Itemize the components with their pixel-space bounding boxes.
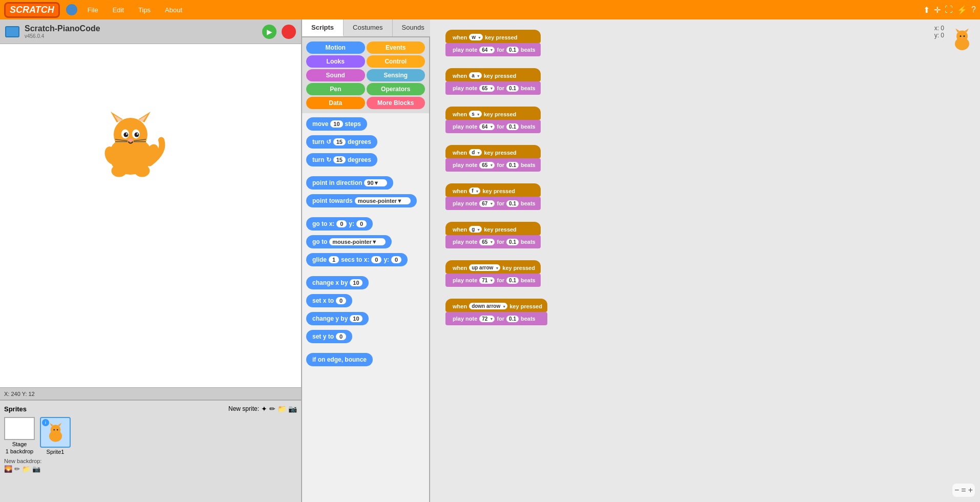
cat-data[interactable]: Data (306, 97, 365, 109)
beat-input-4[interactable]: 0.1 (506, 162, 519, 169)
key-dropdown-s[interactable]: s (469, 111, 482, 117)
green-flag-button[interactable]: ▶ (262, 25, 276, 39)
block-glide[interactable]: glide 1 secs to x: 0 y: 0 (306, 253, 408, 266)
zoom-out-button[interactable]: − (954, 486, 959, 495)
block-glide-secs[interactable]: 1 (329, 256, 339, 263)
block-change-y[interactable]: change y by 10 (306, 312, 369, 325)
turbo-icon[interactable]: ⚡ (957, 5, 967, 15)
backdrop-folder-icon[interactable]: 📁 (22, 465, 30, 473)
cat-more-blocks[interactable]: More Blocks (367, 97, 425, 109)
stage-thumbnail[interactable]: Stage 1 backdrop (4, 417, 35, 455)
note-dropdown-6[interactable]: 65 (479, 239, 495, 245)
action-block-1[interactable]: play note 64 for 0.1 beats (445, 43, 541, 56)
beat-input-5[interactable]: 0.1 (506, 200, 519, 207)
block-goto-dropdown[interactable]: mouse-pointer▼ (329, 238, 385, 245)
edit-menu[interactable]: Edit (109, 4, 128, 16)
block-change-x-input[interactable]: 10 (350, 279, 362, 286)
block-move[interactable]: move 10 steps (306, 117, 367, 131)
cat-control[interactable]: Control (367, 55, 425, 68)
stop-button[interactable] (282, 25, 296, 39)
block-point-towards[interactable]: point towards mouse-pointer▼ (306, 194, 417, 207)
globe-icon[interactable] (66, 4, 77, 15)
beat-input-7[interactable]: 0.1 (506, 277, 519, 284)
new-sprite-draw-icon[interactable]: ✦ (261, 405, 267, 413)
beat-input-2[interactable]: 0.1 (506, 85, 519, 92)
beat-input-3[interactable]: 0.1 (506, 123, 519, 130)
sprite1-thumbnail[interactable]: i Sprite1 (40, 417, 71, 455)
tab-costumes[interactable]: Costumes (344, 19, 393, 36)
block-turn-cw-input[interactable]: 15 (333, 156, 346, 163)
beat-input-1[interactable]: 0.1 (506, 47, 519, 53)
fullscreen-icon[interactable]: ⛶ (945, 5, 953, 14)
key-dropdown-w[interactable]: w (469, 34, 483, 40)
block-glide-y[interactable]: 0 (391, 256, 401, 263)
action-block-3[interactable]: play note 64 for 0.1 beats (445, 120, 541, 133)
note-dropdown-2[interactable]: 65 (479, 85, 495, 92)
key-dropdown-a[interactable]: a (469, 72, 482, 79)
note-dropdown-1[interactable]: 64 (479, 47, 495, 53)
block-goto-y[interactable]: 0 (356, 220, 367, 227)
hat-block-up[interactable]: when up arrow key pressed (445, 260, 541, 274)
scratch-logo[interactable]: SCRATCH (4, 2, 60, 18)
hat-block-a[interactable]: when a key pressed (445, 68, 541, 81)
key-dropdown-down[interactable]: down arrow (469, 303, 507, 309)
help-icon[interactable]: ? (971, 5, 976, 14)
tab-sounds[interactable]: Sounds (393, 19, 434, 36)
about-menu[interactable]: About (161, 4, 186, 16)
note-dropdown-4[interactable]: 65 (479, 162, 495, 169)
block-point-direction[interactable]: point in direction 90▼ (306, 176, 393, 190)
add-person-icon[interactable]: ✛ (934, 5, 941, 15)
hat-block-d[interactable]: when d key pressed (445, 145, 541, 158)
note-dropdown-3[interactable]: 64 (479, 123, 495, 130)
zoom-in-button[interactable]: + (968, 486, 973, 495)
beat-input-8[interactable]: 0.1 (506, 316, 519, 322)
new-sprite-folder-icon[interactable]: 📁 (278, 405, 286, 413)
backdrop-paint-icon[interactable]: ✏ (14, 465, 20, 473)
block-glide-x[interactable]: 0 (371, 256, 381, 263)
note-dropdown-7[interactable]: 71 (479, 277, 495, 284)
backdrop-landscape-icon[interactable]: 🌄 (4, 465, 12, 473)
block-set-x-input[interactable]: 0 (336, 297, 346, 304)
block-set-x[interactable]: set x to 0 (306, 294, 352, 307)
block-turn-ccw[interactable]: turn ↺ 15 degrees (306, 135, 377, 149)
action-block-6[interactable]: play note 65 for 0.1 beats (445, 235, 541, 248)
cat-events[interactable]: Events (367, 41, 425, 54)
hat-block-f[interactable]: when f key pressed (445, 183, 541, 197)
new-sprite-camera-icon[interactable]: 📷 (288, 405, 297, 413)
new-sprite-paint-icon[interactable]: ✏ (269, 405, 275, 413)
hat-block-w[interactable]: when w key pressed (445, 30, 541, 43)
zoom-reset-button[interactable]: = (961, 486, 966, 495)
block-goto-xy[interactable]: go to x: 0 y: 0 (306, 217, 373, 231)
block-move-input[interactable]: 10 (330, 120, 343, 128)
action-block-7[interactable]: play note 71 for 0.1 beats (445, 274, 541, 287)
file-menu[interactable]: File (83, 4, 102, 16)
action-block-8[interactable]: play note 72 for 0.1 beats (445, 312, 547, 325)
cat-motion[interactable]: Motion (306, 41, 365, 54)
tips-menu[interactable]: Tips (134, 4, 155, 16)
block-change-y-input[interactable]: 10 (350, 315, 362, 322)
action-block-2[interactable]: play note 65 for 0.1 beats (445, 81, 541, 95)
hat-block-g[interactable]: when g key pressed (445, 222, 541, 235)
hat-block-down[interactable]: when down arrow key pressed (445, 299, 547, 312)
hat-block-s[interactable]: when s key pressed (445, 107, 541, 120)
cat-looks[interactable]: Looks (306, 55, 365, 68)
key-dropdown-up[interactable]: up arrow (469, 264, 500, 271)
block-set-y-input[interactable]: 0 (336, 333, 346, 340)
block-towards-dropdown[interactable]: mouse-pointer▼ (355, 197, 411, 204)
backdrop-camera-icon[interactable]: 📷 (32, 465, 40, 473)
cat-sensing[interactable]: Sensing (367, 69, 425, 81)
key-dropdown-f[interactable]: f (469, 187, 480, 194)
block-goto-x[interactable]: 0 (336, 220, 347, 227)
block-if-on-edge[interactable]: if on edge, bounce (306, 353, 373, 366)
action-block-5[interactable]: play note 67 for 0.1 beats (445, 197, 541, 210)
block-direction-dropdown[interactable]: 90▼ (364, 179, 387, 186)
tab-scripts[interactable]: Scripts (302, 19, 344, 36)
note-dropdown-8[interactable]: 72 (479, 316, 495, 322)
action-block-4[interactable]: play note 65 for 0.1 beats (445, 158, 541, 172)
beat-input-6[interactable]: 0.1 (506, 239, 519, 245)
block-set-y[interactable]: set y to 0 (306, 330, 352, 343)
block-turn-cw[interactable]: turn ↻ 15 degrees (306, 153, 377, 166)
block-turn-ccw-input[interactable]: 15 (333, 138, 346, 145)
upload-icon[interactable]: ⬆ (923, 5, 930, 15)
cat-pen[interactable]: Pen (306, 83, 365, 95)
